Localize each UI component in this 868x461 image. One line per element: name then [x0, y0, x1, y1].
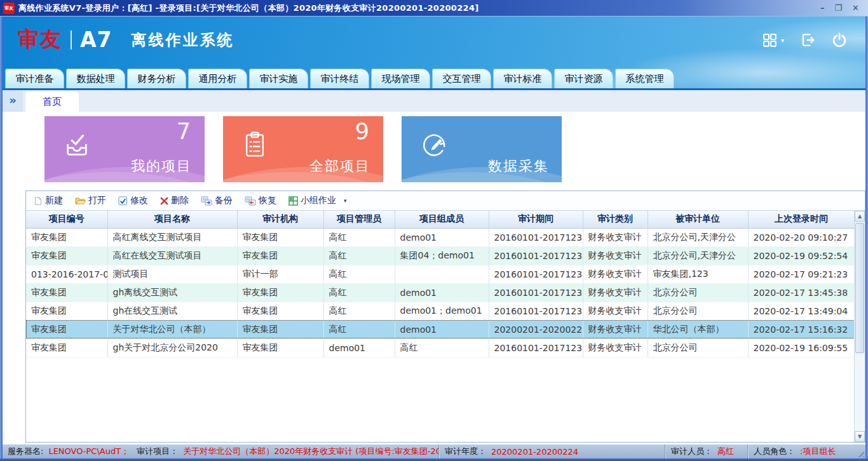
sidebar-expand-button[interactable]: » [3, 90, 23, 112]
projects-table-wrap: 项目编号项目名称审计机构项目管理员项目组成员审计期间审计类别被审计单位上次登录时… [26, 211, 865, 442]
table-cell: 财务收支审计 [583, 228, 648, 246]
resize-grip[interactable] [856, 449, 864, 457]
table-row[interactable]: 审友集团高红在线交互测试项目审友集团高红集团04；demo0120160101-… [26, 246, 855, 265]
logout-icon[interactable] [799, 32, 816, 48]
auditor-label: 审计人员： [671, 446, 712, 457]
my-projects-card[interactable]: 7 我的项目 [44, 116, 205, 182]
table-cell: 北京分公司,天津分公 [648, 228, 748, 246]
ribbon-tab[interactable]: 审计资源 [554, 69, 613, 88]
ribbon-tab[interactable]: 审计实施 [249, 69, 308, 88]
table-cell: 高红在线交互测试项目 [107, 246, 237, 265]
table-row[interactable]: 审友集团高红离线交互测试项目审友集团高红demo0120160101-20171… [26, 228, 855, 246]
ribbon-tab[interactable]: 审计准备 [5, 69, 64, 88]
backup-button[interactable]: 备份 [201, 195, 233, 206]
column-header[interactable]: 项目组成员 [395, 211, 489, 228]
table-row[interactable]: 审友集团gh在线交互测试审友集团高红demo01；demo0120160101-… [26, 302, 855, 320]
dashboard-cards: 7 我的项目 9 全部项目 [44, 116, 562, 182]
scroll-down-arrow[interactable]: ▼ [855, 431, 865, 442]
table-header-row: 项目编号项目名称审计机构项目管理员项目组成员审计期间审计类别被审计单位上次登录时… [26, 211, 855, 228]
audit-project-value: 关于对华北公司（本部）2020年财务收支审计 (项目编号:审友集团-2020-0… [183, 446, 438, 457]
all-projects-card[interactable]: 9 全部项目 [223, 116, 383, 182]
scroll-up-arrow[interactable]: ▲ [855, 211, 865, 222]
projects-table: 项目编号项目名称审计机构项目管理员项目组成员审计期间审计类别被审计单位上次登录时… [26, 211, 855, 357]
table-cell: 2020-02-17 13:45:38 [748, 283, 855, 302]
group-work-button[interactable]: 小组作业 ▾ [288, 195, 347, 206]
table-cell: 20160101-2017123 [489, 246, 583, 265]
new-button[interactable]: 新建 [34, 195, 63, 206]
grid-menu-icon[interactable]: ▾ [762, 32, 784, 48]
ribbon-tab[interactable]: 交互管理 [432, 69, 491, 88]
table-cell: 高红 [323, 246, 395, 265]
table-cell: 财务收支审计 [583, 320, 648, 338]
table-row[interactable]: 审友集团gh离线交互测试审友集团高红demo0120160101-2017123… [26, 283, 855, 302]
table-cell: demo01 [395, 228, 489, 246]
chevron-down-icon: ▾ [781, 37, 784, 44]
window-border-right [865, 17, 868, 461]
app-logo-icon: 审友 [3, 3, 15, 14]
edit-refresh-icon [419, 130, 449, 159]
all-projects-label: 全部项目 [309, 157, 370, 176]
brand-divider [71, 30, 72, 50]
ribbon-tab[interactable]: 现场管理 [371, 69, 430, 88]
open-button[interactable]: 打开 [75, 195, 106, 206]
ribbon-tab[interactable]: 通用分析 [188, 69, 247, 88]
my-projects-count: 7 [177, 119, 191, 144]
power-icon[interactable] [831, 32, 848, 48]
ribbon-tab[interactable]: 审计终结 [310, 69, 369, 88]
table-cell: 审友集团 [237, 283, 323, 302]
window-title: 离线作业系统V7-登录用户：[高红] -登录项目:[关于对华北公司（本部）202… [18, 3, 479, 14]
column-header[interactable]: 项目编号 [26, 211, 107, 228]
ribbon-tab[interactable]: 系统管理 [615, 69, 674, 88]
table-cell: 财务收支审计 [583, 338, 648, 357]
table-row[interactable]: 审友集团关于对华北公司（本部）审友集团高红demo0120200201-2020… [26, 320, 855, 338]
clipboard-list-icon [241, 130, 269, 159]
status-server-project: 服务器名: LENOVO-PC\AudT； 审计项目： 关于对华北公司（本部）2… [3, 444, 438, 458]
table-cell: 财务收支审计 [583, 283, 648, 302]
table-cell: 测试项目 [107, 265, 237, 283]
ribbon-tab[interactable]: 审计标准 [493, 69, 552, 88]
table-cell: 北京分公司,天津分公 [648, 246, 748, 265]
table-cell: 20160101-2017123 [489, 302, 583, 320]
ribbon-tabs: 审计准备数据处理财务分析通用分析审计实施审计终结现场管理交互管理审计标准审计资源… [5, 69, 674, 88]
close-button[interactable]: ✕ [852, 3, 859, 14]
restore-button[interactable]: 恢复 [245, 195, 276, 206]
ribbon-tab[interactable]: 数据处理 [66, 69, 125, 88]
data-collection-card[interactable]: 数据采集 [402, 116, 562, 182]
table-cell: 财务收支审计 [583, 265, 648, 283]
column-header[interactable]: 项目名称 [107, 211, 237, 228]
table-cell: 审友集团 [237, 228, 323, 246]
audit-project-label: 审计项目： [137, 446, 178, 457]
tab-home[interactable]: 首页 [25, 91, 79, 112]
table-row[interactable]: 审友集团gh关于对北京分公司2020审友集团demo01高红20160101-2… [26, 338, 855, 357]
dropdown-caret-icon[interactable]: ▾ [344, 197, 347, 204]
all-projects-count: 9 [355, 119, 369, 144]
table-cell: 20160101-2017123 [489, 338, 583, 357]
table-cell: 高红 [323, 302, 395, 320]
maximize-button[interactable]: ❐ [834, 3, 842, 14]
column-header[interactable]: 审计类别 [583, 211, 648, 228]
table-cell: demo01；demo01 [395, 302, 489, 320]
vertical-scrollbar[interactable]: ▲ ▼ [854, 211, 865, 442]
column-header[interactable]: 被审计单位 [648, 211, 748, 228]
table-cell: 北京分公司 [648, 283, 748, 302]
table-cell: 集团04；demo01 [395, 246, 489, 265]
table-cell: 审友集团 [26, 338, 107, 357]
table-cell: 013-2016-2017-0 [26, 265, 107, 283]
minimize-button[interactable]: – [820, 3, 825, 14]
window-border-left [0, 17, 3, 461]
ribbon-tab[interactable]: 财务分析 [127, 69, 186, 88]
column-header[interactable]: 审计机构 [237, 211, 323, 228]
projects-panel: 新建 打开 修改 [25, 190, 865, 443]
data-collection-label: 数据采集 [488, 157, 549, 176]
column-header[interactable]: 项目管理员 [323, 211, 395, 228]
table-cell: demo01 [395, 283, 489, 302]
status-bar: 服务器名: LENOVO-PC\AudT； 审计项目： 关于对华北公司（本部）2… [3, 444, 865, 458]
server-value: LENOVO-PC\AudT； [48, 446, 129, 457]
column-header[interactable]: 审计期间 [489, 211, 583, 228]
scroll-thumb[interactable] [855, 223, 864, 353]
delete-button[interactable]: 删除 [160, 195, 189, 206]
column-header[interactable]: 上次登录时间 [748, 211, 855, 228]
modify-button[interactable]: 修改 [118, 195, 148, 206]
table-row[interactable]: 013-2016-2017-0测试项目审计一部高红20160101-201712… [26, 265, 855, 283]
table-cell: 2020-02-19 09:52:54 [748, 246, 855, 265]
